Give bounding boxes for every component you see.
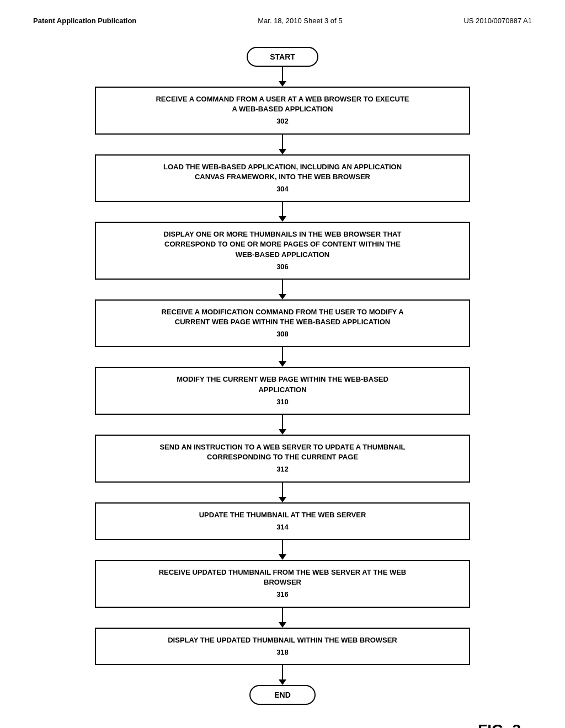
arrow-line [282,280,283,294]
step-308-text: RECEIVE A MODIFICATION COMMAND FROM THE … [161,308,403,326]
step-304-text: LOAD THE WEB-BASED APPLICATION, INCLUDIN… [163,163,402,181]
arrow-line [282,202,283,216]
step-310-number: 310 [107,397,458,407]
step-312-text: SEND AN INSTRUCTION TO A WEB SERVER TO U… [159,443,405,461]
header-left: Patent Application Publication [33,17,136,25]
arrow-4 [279,280,286,299]
step-318-box: DISPLAY THE UPDATED THUMBNAIL WITHIN THE… [95,628,470,665]
arrow-line [282,415,283,429]
arrow-5 [279,347,286,367]
arrow-line [282,540,283,554]
step-304-number: 304 [107,184,458,194]
step-302-text: RECEIVE A COMMAND FROM A USER AT A WEB B… [156,95,409,113]
header-center: Mar. 18, 2010 Sheet 3 of 5 [258,17,342,25]
arrow-head [279,216,286,222]
step-302-number: 302 [107,116,458,126]
arrow-6 [279,415,286,435]
step-302-box: RECEIVE A COMMAND FROM A USER AT A WEB B… [95,87,470,135]
step-304-box: LOAD THE WEB-BASED APPLICATION, INCLUDIN… [95,154,470,202]
step-318-text: DISPLAY THE UPDATED THUMBNAIL WITHIN THE… [168,636,397,644]
page: Patent Application Publication Mar. 18, … [0,0,565,728]
arrow-head [279,294,286,299]
flowchart: START RECEIVE A COMMAND FROM A USER AT A… [33,47,532,705]
arrow-10 [279,665,286,685]
arrow-head [279,429,286,435]
arrow-line [282,67,283,81]
arrow-3 [279,202,286,222]
arrow-head [279,149,286,154]
arrow-head [279,679,286,685]
step-316-number: 316 [107,590,458,599]
end-terminal: END [249,685,316,705]
step-308-box: RECEIVE A MODIFICATION COMMAND FROM THE … [95,299,470,347]
figure-label: FIG. 3 [33,721,521,728]
step-310-text: MODIFY THE CURRENT WEB PAGE WITHIN THE W… [177,375,388,393]
arrow-line [282,665,283,679]
step-312-number: 312 [107,464,458,474]
start-label: START [270,52,295,61]
header-right: US 2010/0070887 A1 [463,17,532,25]
end-label: END [274,690,291,699]
arrow-line [282,135,283,149]
arrow-head [279,554,286,560]
step-306-box: DISPLAY ONE OR MORE THUMBNAILS IN THE WE… [95,222,470,280]
step-314-number: 314 [107,522,458,532]
arrow-head [279,361,286,367]
arrow-line [282,483,283,497]
arrow-9 [279,608,286,628]
arrow-1 [279,67,286,87]
arrow-2 [279,135,286,154]
step-306-number: 306 [107,262,458,272]
page-header: Patent Application Publication Mar. 18, … [33,17,532,25]
step-316-text: RECEIVE UPDATED THUMBNAIL FROM THE WEB S… [159,568,407,586]
arrow-8 [279,540,286,560]
step-314-box: UPDATE THE THUMBNAIL AT THE WEB SERVER 3… [95,502,470,540]
arrow-head [279,81,286,87]
arrow-head [279,622,286,628]
step-318-number: 318 [107,647,458,657]
step-310-box: MODIFY THE CURRENT WEB PAGE WITHIN THE W… [95,367,470,415]
arrow-line [282,347,283,361]
arrow-line [282,608,283,622]
step-314-text: UPDATE THE THUMBNAIL AT THE WEB SERVER [199,511,366,519]
step-312-box: SEND AN INSTRUCTION TO A WEB SERVER TO U… [95,435,470,483]
arrow-7 [279,483,286,502]
arrow-head [279,497,286,502]
start-terminal: START [247,47,318,67]
step-306-text: DISPLAY ONE OR MORE THUMBNAILS IN THE WE… [164,230,402,258]
step-308-number: 308 [107,329,458,339]
step-316-box: RECEIVE UPDATED THUMBNAIL FROM THE WEB S… [95,560,470,608]
